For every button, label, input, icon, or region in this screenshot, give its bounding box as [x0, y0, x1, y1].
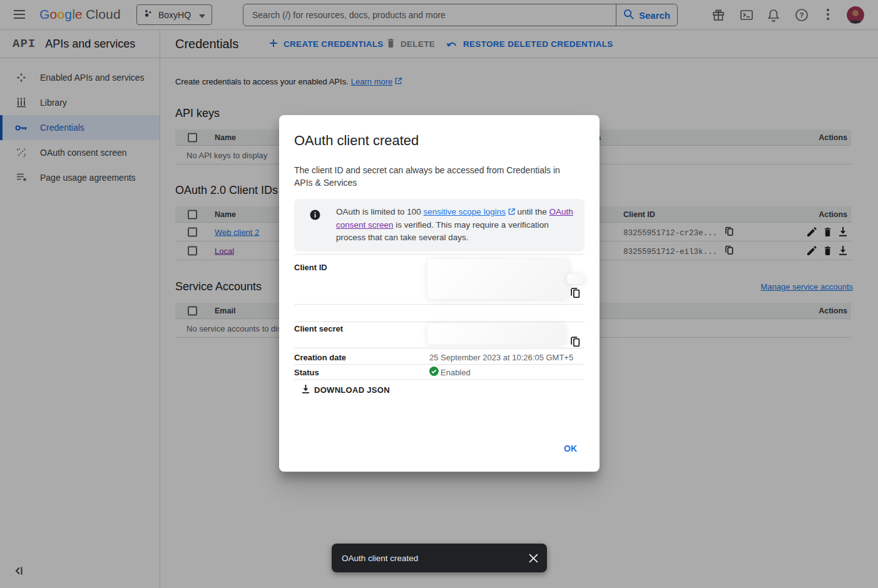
dialog-subtitle: The client ID and secret can always be a… [294, 164, 573, 189]
status-label: Status [294, 368, 319, 377]
info-icon [310, 210, 320, 223]
dialog-title: OAuth client created [294, 133, 419, 149]
download-json-label: DOWNLOAD JSON [314, 385, 390, 395]
creation-date-value: 25 September 2023 at 10:26:05 GMT+5 [429, 353, 573, 362]
snackbar-message: OAuth client created [342, 554, 529, 563]
oauth-client-created-dialog: OAuth client created The client ID and s… [279, 115, 600, 472]
creation-date-label: Creation date [294, 353, 346, 362]
client-id-label: Client ID [294, 263, 327, 272]
info-pre: OAuth is limited to 100 [336, 207, 424, 216]
info-banner: OAuth is limited to 100 sensitive scope … [294, 199, 584, 251]
divider [294, 348, 584, 348]
client-id-redacted-value [567, 274, 584, 284]
divider [294, 304, 584, 305]
copy-icon[interactable] [571, 288, 580, 301]
divider [294, 379, 584, 380]
ok-button[interactable]: OK [554, 439, 587, 458]
external-link-icon [508, 208, 515, 215]
info-mid: until the [515, 207, 549, 216]
check-circle-icon [429, 367, 439, 378]
close-icon[interactable] [529, 554, 538, 563]
sensitive-scope-logins-link[interactable]: sensitive scope logins [424, 207, 506, 216]
divider [294, 322, 584, 322]
client-secret-redacted-value [427, 323, 565, 345]
status-value: Enabled [441, 368, 471, 377]
client-secret-label: Client secret [294, 324, 343, 333]
client-id-redacted-value [427, 259, 569, 299]
download-json-button[interactable]: DOWNLOAD JSON [302, 385, 390, 395]
status-badge: Enabled [429, 367, 471, 378]
info-banner-text: OAuth is limited to 100 sensitive scope … [336, 206, 576, 245]
google-cloud-console: G o o g l e Cloud BoxyHQ Search (/) for … [0, 0, 878, 588]
download-icon [302, 385, 310, 395]
snackbar: OAuth client created [332, 544, 547, 572]
divider [294, 364, 584, 365]
divider [294, 254, 584, 255]
